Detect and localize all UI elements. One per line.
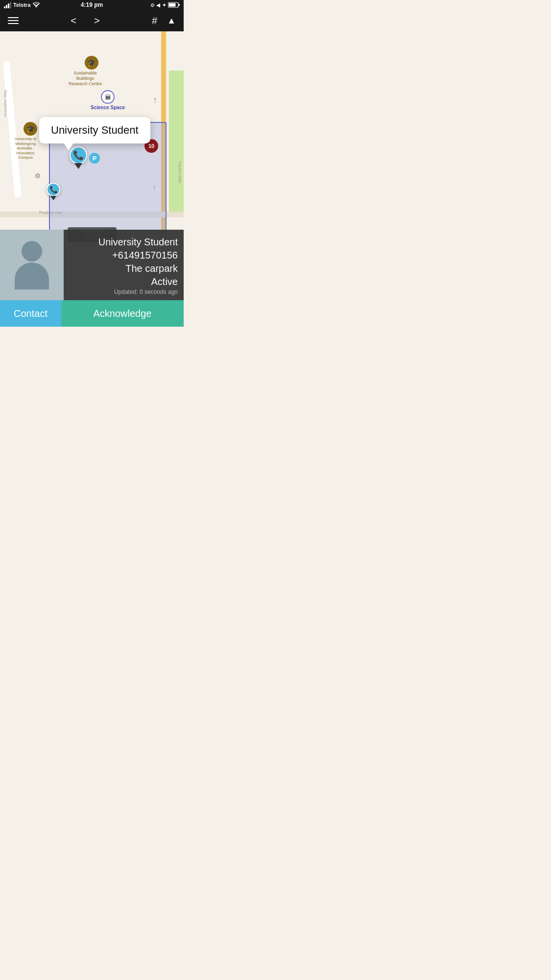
science-icon: 🏛 [101, 90, 115, 104]
sbrc-label: SustainableBuildingsResearch Centre [69, 71, 102, 86]
innovation-way-label: Innovation Way [3, 90, 7, 117]
lock-icon: ⊙ [150, 2, 154, 8]
svg-rect-2 [179, 4, 180, 6]
science-label: Science Space [91, 105, 125, 110]
wifi-icon [32, 1, 40, 8]
menu-button[interactable] [8, 17, 19, 24]
avatar-figure [15, 241, 49, 289]
battery-icon [168, 2, 180, 8]
arrow-up-icon: ↑ [153, 95, 157, 105]
panel-buttons: Contact Acknowledge [0, 300, 184, 327]
detail-status: Active [70, 276, 178, 287]
status-right: ⊙ ◀ ✦ [150, 2, 180, 8]
parking-icon: P [89, 153, 100, 164]
sbrc-marker: 🎓 SustainableBuildingsResearch Centre [81, 56, 102, 86]
hash-button[interactable]: # [152, 15, 157, 26]
location-icon: ◀ [156, 2, 160, 8]
detail-location: The carpark [70, 263, 178, 274]
prev-button[interactable]: < [67, 13, 80, 28]
bottom-phone-circle: 📞 [47, 183, 60, 196]
map-tooltip: University Student [39, 117, 150, 143]
status-time: 4:19 pm [81, 1, 103, 8]
status-left: Telstra [4, 1, 40, 8]
avatar-body [15, 263, 49, 289]
map-dot [35, 173, 40, 178]
map-tooltip-text: University Student [51, 124, 139, 136]
squires-way-label: Squires Way [178, 161, 182, 183]
detail-updated: Updated: 0 seconds ago [70, 288, 178, 295]
phone-pin-tail [74, 163, 82, 169]
nav-left [8, 17, 19, 24]
innovation-road [3, 61, 22, 198]
next-button[interactable]: > [90, 13, 104, 28]
map-container[interactable]: Innovation Way Puckey Ave Squires Way 10… [0, 31, 184, 242]
nav-bar: < > # ▲ [0, 10, 184, 31]
acknowledge-button[interactable]: Acknowledge [61, 300, 184, 327]
university-icon: 🎓 [24, 122, 37, 136]
sbrc-icon: 🎓 [85, 56, 98, 70]
compass-button[interactable]: ▲ [167, 16, 176, 26]
status-bar: Telstra 4:19 pm ⊙ ◀ ✦ [0, 0, 184, 10]
detail-name: University Student [70, 237, 178, 248]
science-marker: 🏛 Science Space [91, 90, 125, 110]
panel-avatar [0, 230, 64, 300]
panel-info: University Student +61491570156 The carp… [0, 230, 184, 300]
bottom-panel: University Student +61491570156 The carp… [0, 230, 184, 327]
bluetooth-icon: ✦ [162, 2, 166, 8]
panel-details: University Student +61491570156 The carp… [64, 230, 184, 300]
university-marker: 🎓 University ofWollongongAustralia -Inno… [24, 122, 37, 160]
contact-button[interactable]: Contact [0, 300, 61, 327]
signal-bars [4, 2, 11, 8]
detail-phone: +61491570156 [70, 250, 178, 261]
bottom-pin-tail [50, 196, 56, 200]
green-area [169, 71, 184, 217]
carrier-label: Telstra [13, 2, 30, 8]
university-label: University ofWollongongAustralia -Innova… [14, 137, 37, 160]
arrow-up2-icon: ↑ [152, 183, 156, 192]
svg-rect-3 [169, 3, 176, 7]
nav-center: < > [67, 13, 103, 28]
avatar-head [22, 241, 42, 262]
nav-right: # ▲ [152, 15, 176, 26]
bottom-phone-pin: 📞 [47, 183, 60, 200]
